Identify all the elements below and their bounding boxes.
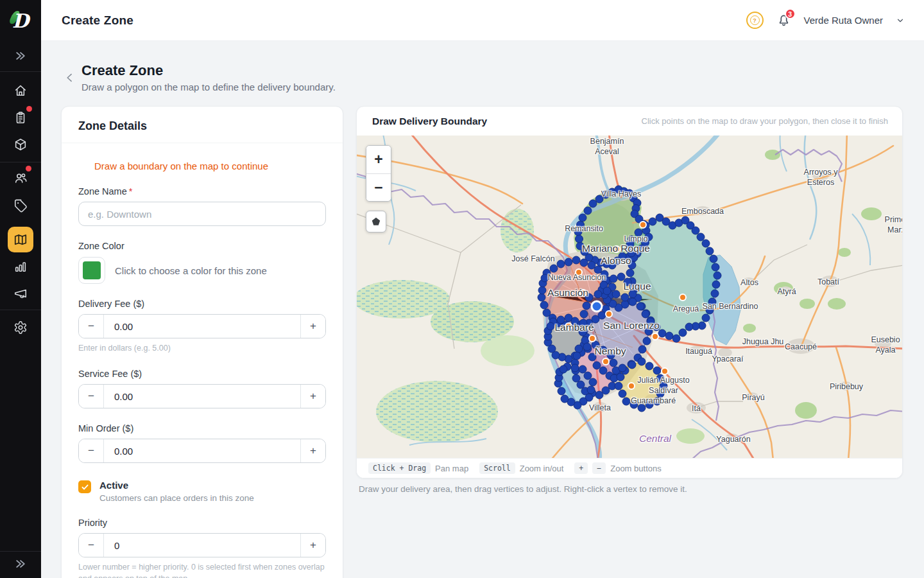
store-marker[interactable] — [640, 222, 646, 228]
zone-vertex[interactable] — [538, 286, 546, 294]
store-marker[interactable] — [652, 333, 658, 340]
zone-vertex[interactable] — [626, 240, 634, 248]
zone-vertex[interactable] — [593, 362, 601, 369]
zone-vertex[interactable] — [561, 395, 569, 403]
user-menu-label[interactable]: Verde Ruta Owner — [804, 15, 883, 26]
store-marker[interactable] — [662, 368, 668, 374]
zone-vertex[interactable] — [557, 260, 565, 268]
zone-vertex[interactable] — [574, 228, 582, 236]
zone-vertex[interactable] — [573, 352, 581, 360]
zone-vertex[interactable] — [706, 247, 714, 255]
zone-vertex[interactable] — [653, 398, 661, 405]
zone-vertex[interactable] — [708, 298, 716, 306]
sidebar-item-customers[interactable] — [8, 165, 33, 191]
zone-vertex[interactable] — [612, 290, 620, 298]
zone-vertex[interactable] — [679, 329, 687, 337]
zone-vertex[interactable] — [630, 401, 638, 408]
zone-vertex[interactable] — [580, 310, 588, 318]
zone-vertex[interactable] — [594, 290, 602, 298]
help-button[interactable]: ? — [746, 12, 764, 29]
sidebar-item-products[interactable] — [8, 132, 33, 157]
zone-vertex[interactable] — [547, 322, 554, 330]
store-marker[interactable] — [565, 323, 572, 329]
zone-vertex[interactable] — [540, 301, 548, 309]
zone-vertex[interactable] — [626, 269, 634, 277]
service-fee-input[interactable] — [104, 385, 300, 408]
zone-vertex[interactable] — [617, 373, 624, 381]
sidebar-collapse-button[interactable] — [8, 43, 33, 69]
zone-name-input[interactable] — [78, 202, 326, 226]
zone-vertex[interactable] — [642, 310, 649, 318]
zone-vertex[interactable] — [589, 378, 597, 386]
zone-vertex[interactable] — [610, 275, 617, 283]
sidebar-item-tags[interactable] — [8, 193, 33, 218]
zone-vertex[interactable] — [587, 386, 595, 394]
zone-vertex[interactable] — [692, 227, 699, 234]
zoom-out-button[interactable]: − — [366, 173, 391, 201]
zone-vertex[interactable] — [577, 221, 585, 229]
zone-vertex[interactable] — [541, 274, 549, 282]
sidebar-item-home[interactable] — [8, 78, 33, 103]
zone-vertex[interactable] — [637, 302, 644, 310]
zone-vertex[interactable] — [628, 361, 636, 369]
service-fee-minus-button[interactable]: − — [79, 385, 104, 408]
zone-vertex[interactable] — [628, 261, 636, 269]
zone-vertex[interactable] — [538, 293, 545, 301]
zone-vertex[interactable] — [579, 319, 587, 327]
zone-vertex[interactable] — [565, 258, 572, 266]
zone-vertex[interactable] — [697, 233, 705, 241]
zone-vertex[interactable] — [607, 351, 615, 359]
zone-vertex[interactable] — [635, 229, 642, 236]
zone-vertex[interactable] — [603, 287, 611, 295]
zone-vertex[interactable] — [660, 382, 667, 390]
zone-vertex[interactable] — [658, 329, 666, 337]
color-swatch-button[interactable] — [78, 257, 105, 284]
sidebar-item-orders[interactable] — [8, 105, 33, 130]
delivery-fee-input[interactable] — [104, 315, 300, 338]
zone-vertex[interactable] — [579, 328, 586, 336]
store-marker[interactable] — [606, 311, 612, 317]
zone-vertex[interactable] — [706, 306, 714, 314]
zone-vertex[interactable] — [645, 328, 653, 335]
zone-vertex[interactable] — [710, 255, 717, 263]
store-marker[interactable] — [589, 335, 595, 342]
zone-vertex[interactable] — [580, 259, 588, 267]
notifications-button[interactable]: 3 — [776, 13, 791, 28]
app-logo[interactable]: D — [0, 0, 41, 41]
priority-plus-button[interactable]: + — [300, 534, 325, 557]
zone-vertex[interactable] — [619, 390, 626, 398]
delivery-fee-minus-button[interactable]: − — [79, 315, 104, 338]
priority-minus-button[interactable]: − — [79, 534, 104, 557]
zone-vertex[interactable] — [638, 358, 646, 365]
zone-vertex[interactable] — [557, 316, 565, 324]
zone-vertex[interactable] — [711, 290, 719, 297]
zone-vertex[interactable] — [665, 332, 673, 340]
zone-vertex[interactable] — [583, 343, 591, 351]
zone-vertex[interactable] — [588, 353, 596, 361]
store-marker[interactable] — [680, 294, 686, 301]
zone-vertex[interactable] — [638, 346, 646, 353]
min-order-plus-button[interactable]: + — [300, 439, 325, 462]
min-order-minus-button[interactable]: − — [79, 439, 104, 462]
zone-vertex[interactable] — [656, 374, 664, 382]
zone-vertex[interactable] — [712, 281, 720, 288]
zone-vertex[interactable] — [656, 390, 664, 398]
store-marker[interactable] — [628, 383, 635, 389]
map-canvas[interactable]: Benjamín AcevalVilla HayesRemansitoEmbos… — [357, 136, 903, 459]
zone-vertex[interactable] — [579, 365, 586, 373]
zone-vertex[interactable] — [615, 382, 622, 390]
draw-polygon-button[interactable] — [366, 211, 386, 232]
back-button[interactable] — [64, 69, 76, 89]
zone-vertex[interactable] — [622, 398, 630, 405]
zone-vertex[interactable] — [643, 337, 651, 345]
zone-vertex[interactable] — [646, 362, 653, 370]
zone-vertex[interactable] — [550, 265, 558, 272]
sidebar-expand-button[interactable] — [8, 551, 33, 577]
zone-vertex[interactable] — [579, 214, 586, 222]
min-order-input[interactable] — [104, 439, 300, 462]
sidebar-item-settings[interactable] — [8, 315, 33, 340]
zone-vertex[interactable] — [629, 298, 637, 306]
zone-vertex[interactable] — [630, 283, 638, 291]
zoom-in-button[interactable]: + — [366, 146, 391, 173]
zone-vertex[interactable] — [672, 335, 680, 342]
